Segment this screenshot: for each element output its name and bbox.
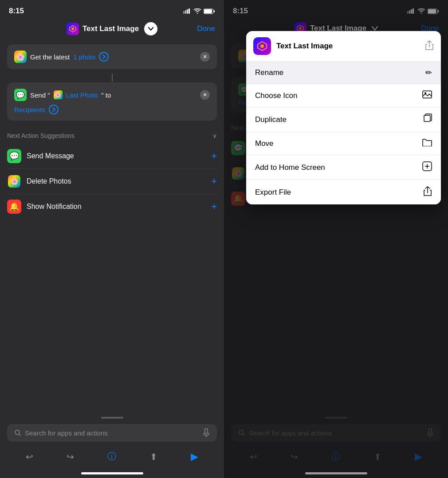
folder-icon bbox=[422, 138, 432, 146]
messages-icon: 💬 bbox=[14, 89, 27, 101]
export-icon bbox=[423, 186, 432, 196]
send-prefix: Send " bbox=[30, 91, 50, 99]
left-status-bar: 8:15 bbox=[0, 0, 224, 20]
search-icon bbox=[14, 429, 21, 436]
context-menu-items: Rename ✏ Choose Icon Duplicate bbox=[246, 62, 441, 204]
suggestions-header[interactable]: Next Action Suggestions ∨ bbox=[7, 125, 217, 144]
svg-rect-11 bbox=[205, 428, 208, 434]
context-menu-item-move[interactable]: Move bbox=[246, 132, 441, 155]
left-phone-panel: 8:15 bbox=[0, 0, 224, 478]
rename-icon: ✏ bbox=[425, 68, 432, 78]
shortcuts-logo bbox=[69, 25, 77, 33]
svg-point-23 bbox=[260, 44, 264, 48]
suggestion-show-notification-plus[interactable]: + bbox=[211, 201, 217, 212]
right-chevron-icon bbox=[102, 55, 106, 59]
get-latest-value[interactable]: 1 photo bbox=[73, 53, 95, 61]
undo-button[interactable]: ↩ bbox=[26, 451, 33, 462]
duplicate-icon bbox=[422, 114, 432, 125]
context-menu-item-export[interactable]: Export File bbox=[246, 180, 441, 204]
context-app-name: Text Last Image bbox=[276, 42, 420, 51]
send-value[interactable]: Last Photo bbox=[66, 91, 98, 99]
image-icon bbox=[422, 90, 432, 98]
send-photos-icon: 🌸 bbox=[54, 90, 63, 99]
move-icon bbox=[422, 138, 432, 149]
context-menu-item-add-home[interactable]: Add to Home Screen bbox=[246, 155, 441, 180]
context-menu-item-rename[interactable]: Rename ✏ bbox=[246, 62, 441, 84]
suggestion-delete-photos-label: Delete Photos bbox=[27, 177, 211, 185]
suggestions-collapse-icon[interactable]: ∨ bbox=[212, 132, 217, 139]
share-button[interactable]: ⬆ bbox=[150, 451, 157, 462]
svg-point-8 bbox=[71, 27, 74, 30]
context-app-icon bbox=[253, 37, 271, 55]
send-close[interactable]: ✕ bbox=[200, 90, 210, 100]
suggestions-title: Next Action Suggestions bbox=[7, 132, 75, 139]
svg-point-9 bbox=[15, 430, 20, 435]
chevron-down-button[interactable] bbox=[144, 22, 157, 35]
battery-icon bbox=[204, 8, 215, 14]
rename-label: Rename bbox=[255, 68, 283, 77]
duplicate-icon bbox=[422, 114, 432, 123]
send-action-card[interactable]: 💬 Send " 🌸 Last Photo " to ✕ Recipients bbox=[7, 82, 217, 121]
play-button[interactable]: ▶ bbox=[191, 451, 198, 462]
svg-line-10 bbox=[19, 434, 21, 436]
export-icon bbox=[423, 186, 432, 198]
send-message-icon: 💬 bbox=[7, 149, 21, 163]
share-icon bbox=[425, 40, 434, 50]
svg-rect-26 bbox=[424, 115, 430, 121]
info-button[interactable]: ⓘ bbox=[107, 451, 116, 462]
suggestion-show-notification-label: Show Notification bbox=[27, 203, 211, 211]
suggestion-send-message[interactable]: 💬 Send Message + bbox=[7, 144, 217, 169]
left-search-bar[interactable]: Search for apps and actions bbox=[7, 424, 217, 442]
photos-icon: 🌸 bbox=[14, 51, 27, 63]
left-nav-title: Text Last Image bbox=[67, 22, 157, 35]
context-menu: Text Last Image Rename ✏ Choose Icon bbox=[246, 31, 441, 204]
svg-rect-3 bbox=[189, 8, 190, 14]
left-status-icons bbox=[183, 8, 215, 14]
add-home-label: Add to Home Screen bbox=[255, 163, 325, 172]
left-home-indicator bbox=[81, 472, 143, 474]
suggestion-delete-photos-plus[interactable]: + bbox=[211, 176, 217, 187]
left-done-button[interactable]: Done bbox=[197, 24, 215, 33]
show-notification-icon: 🔔 bbox=[7, 200, 21, 214]
pull-indicator bbox=[101, 417, 123, 419]
delete-photos-icon: 🌸 bbox=[7, 174, 21, 188]
context-menu-item-choose-icon[interactable]: Choose Icon bbox=[246, 84, 441, 107]
right-phone-panel: 8:15 bbox=[224, 0, 448, 478]
get-latest-action-card[interactable]: 🌸 Get the latest 1 photo ✕ bbox=[7, 44, 217, 69]
context-shortcuts-logo bbox=[257, 41, 267, 51]
get-latest-prefix: Get the latest bbox=[30, 53, 70, 61]
left-search-text: Search for apps and actions bbox=[25, 429, 199, 437]
context-share-icon[interactable] bbox=[425, 40, 434, 52]
context-menu-item-duplicate[interactable]: Duplicate bbox=[246, 107, 441, 132]
choose-icon-icon bbox=[422, 90, 432, 101]
chevron-down-icon bbox=[148, 27, 153, 31]
svg-rect-5 bbox=[204, 9, 212, 13]
svg-rect-2 bbox=[187, 9, 188, 14]
move-label: Move bbox=[255, 139, 274, 148]
recipients-label[interactable]: Recipients bbox=[14, 106, 45, 114]
left-shortcut-name: Text Last Image bbox=[83, 24, 139, 33]
suggestion-send-message-label: Send Message bbox=[27, 152, 211, 160]
left-bottom-search: Search for apps and actions bbox=[0, 413, 224, 445]
left-toolbar: ↩ ↪ ⓘ ⬆ ▶ bbox=[0, 445, 224, 470]
wifi-icon bbox=[194, 8, 201, 14]
suggestion-show-notification[interactable]: 🔔 Show Notification + bbox=[7, 194, 217, 219]
redo-button[interactable]: ↪ bbox=[67, 451, 74, 462]
recipients-chevron[interactable] bbox=[49, 105, 59, 114]
suggestion-send-message-plus[interactable]: + bbox=[211, 150, 217, 162]
send-suffix: " to bbox=[101, 91, 111, 99]
svg-rect-6 bbox=[214, 10, 215, 12]
svg-rect-1 bbox=[185, 10, 186, 14]
action-divider bbox=[112, 74, 113, 82]
recipients-chevron-icon bbox=[52, 107, 55, 112]
suggestion-delete-photos[interactable]: 🌸 Delete Photos + bbox=[7, 169, 217, 194]
context-menu-header: Text Last Image bbox=[246, 31, 441, 62]
get-latest-chevron[interactable] bbox=[99, 52, 109, 62]
left-time: 8:15 bbox=[9, 7, 24, 16]
get-latest-close[interactable]: ✕ bbox=[200, 52, 210, 62]
microphone-icon[interactable] bbox=[203, 428, 210, 437]
add-home-icon bbox=[422, 161, 432, 173]
left-shortcuts-content: 🌸 Get the latest 1 photo ✕ 💬 Send " 🌸 La… bbox=[0, 41, 224, 413]
svg-rect-0 bbox=[183, 11, 185, 14]
left-nav-bar: Text Last Image Done bbox=[0, 20, 224, 41]
